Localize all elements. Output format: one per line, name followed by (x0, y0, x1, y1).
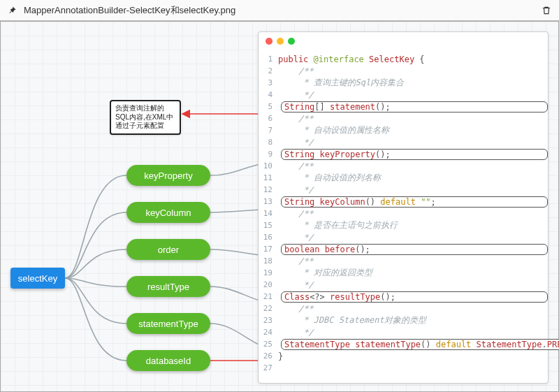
root-node-label: selectKey (18, 273, 57, 284)
line-number: 22 (259, 304, 278, 313)
line-number: 15 (259, 221, 278, 230)
traffic-light-minimize-icon[interactable] (277, 38, 284, 45)
line-number: 14 (259, 209, 278, 218)
code-method-box: String[] statement(); (281, 101, 548, 112)
code-line: 18 /** (259, 255, 548, 267)
code-method-box: Class<?> resultType(); (281, 291, 548, 303)
code-text: * 查询主键的Sql内容集合 (278, 77, 548, 89)
code-line: 9String keyProperty(); (259, 148, 548, 160)
note-text: 负责查询注解的SQL内容,在XML中通过子元素配置 (115, 104, 173, 129)
code-titlebar (259, 32, 548, 50)
code-line: 3 * 查询主键的Sql内容集合 (259, 77, 548, 89)
code-line: 25StatementType statementType() default … (259, 338, 548, 350)
child-node-keycolumn[interactable]: keyColumn (126, 202, 210, 223)
line-number: 13 (259, 197, 278, 206)
code-line: 13String keyColumn() default ""; (259, 196, 548, 208)
child-node-resulttype[interactable]: resultType (126, 276, 210, 297)
child-node-databaseid[interactable]: databaseId (126, 350, 210, 371)
line-number: 7 (259, 126, 278, 135)
code-line: 22 /** (259, 303, 548, 314)
child-label: resultType (147, 282, 189, 292)
line-number: 18 (259, 256, 278, 266)
line-number: 23 (259, 316, 278, 325)
code-line: 1public @interface SelectKey { (259, 53, 548, 65)
root-node-selectkey[interactable]: selectKey (10, 268, 65, 289)
code-text: * 对应的返回类型 (278, 267, 548, 279)
code-panel: 1public @interface SelectKey {2 /**3 * 查… (258, 31, 549, 384)
code-method-box: String keyProperty(); (281, 149, 548, 160)
code-text: */ (278, 280, 548, 290)
line-number: 26 (259, 351, 278, 361)
code-line: 15 * 是否在主语句之前执行 (259, 219, 548, 231)
code-text: /** (278, 114, 548, 124)
line-number: 2 (259, 66, 278, 75)
line-number: 16 (259, 233, 278, 242)
line-number: 17 (259, 245, 278, 254)
code-line: 26} (259, 350, 548, 362)
code-text: */ (278, 328, 548, 337)
line-number: 27 (259, 363, 278, 372)
code-method-box: StatementType statementType() default St… (281, 339, 559, 350)
code-text: /** (278, 209, 548, 219)
code-line: 10 /** (259, 160, 548, 172)
code-line: 19 * 对应的返回类型 (259, 267, 548, 279)
code-text: */ (278, 233, 548, 242)
code-text: public @interface SelectKey { (278, 55, 548, 64)
code-text: * 自动设值的属性名称 (278, 124, 548, 136)
code-method-box: String keyColumn() default ""; (281, 196, 548, 208)
line-number: 24 (259, 328, 278, 337)
line-number: 21 (259, 292, 278, 301)
line-number: 20 (259, 280, 278, 289)
code-text: * 自动设值的列名称 (278, 172, 548, 184)
child-label: databaseId (146, 356, 191, 366)
child-label: statementType (138, 319, 198, 329)
diagram-canvas: selectKey keyProperty keyColumn order re… (0, 21, 559, 392)
code-line: 7 * 自动设值的属性名称 (259, 124, 548, 136)
pin-icon[interactable] (7, 5, 18, 16)
code-text: /** (278, 304, 548, 314)
code-text: */ (278, 138, 548, 147)
code-line: 24 */ (259, 326, 548, 338)
code-line: 16 */ (259, 231, 548, 243)
child-label: keyColumn (145, 208, 191, 218)
code-method-box: boolean before(); (281, 244, 548, 255)
file-title: MapperAnnotationBuilder-SelectKey和select… (24, 4, 541, 17)
code-line: 27 (259, 362, 548, 374)
code-text: */ (278, 185, 548, 195)
traffic-light-zoom-icon[interactable] (288, 38, 295, 45)
line-number: 11 (259, 173, 278, 182)
code-text: /** (278, 256, 548, 266)
line-number: 19 (259, 268, 278, 277)
line-number: 10 (259, 161, 278, 170)
code-text: /** (278, 161, 548, 171)
child-node-order[interactable]: order (126, 239, 210, 260)
code-line: 17boolean before(); (259, 243, 548, 255)
code-text: } (278, 351, 548, 361)
code-text: * JDBC Statement对象的类型 (278, 314, 548, 326)
titlebar: MapperAnnotationBuilder-SelectKey和select… (0, 0, 559, 21)
line-number: 3 (259, 78, 278, 87)
trash-icon[interactable] (541, 5, 552, 16)
line-number: 6 (259, 114, 278, 123)
code-text: * 是否在主语句之前执行 (278, 219, 548, 231)
line-number: 5 (259, 102, 278, 111)
line-number: 25 (259, 340, 278, 349)
code-line: 23 * JDBC Statement对象的类型 (259, 314, 548, 326)
code-line: 5String[] statement(); (259, 101, 548, 112)
child-label: keyProperty (144, 170, 192, 181)
code-line: 20 */ (259, 279, 548, 291)
code-line: 2 /** (259, 65, 548, 77)
traffic-light-close-icon[interactable] (266, 38, 273, 45)
code-line: 4 */ (259, 89, 548, 101)
line-number: 1 (259, 55, 278, 64)
line-number: 9 (259, 150, 278, 159)
child-node-statementtype[interactable]: statementType (126, 313, 210, 334)
code-line: 21Class<?> resultType(); (259, 291, 548, 303)
note-statement: 负责查询注解的SQL内容,在XML中通过子元素配置 (110, 100, 181, 135)
code-line: 8 */ (259, 136, 548, 148)
child-node-keyproperty[interactable]: keyProperty (126, 165, 210, 186)
line-number: 12 (259, 185, 278, 194)
code-text: */ (278, 90, 548, 100)
child-label: order (158, 245, 179, 255)
code-line: 11 * 自动设值的列名称 (259, 172, 548, 184)
